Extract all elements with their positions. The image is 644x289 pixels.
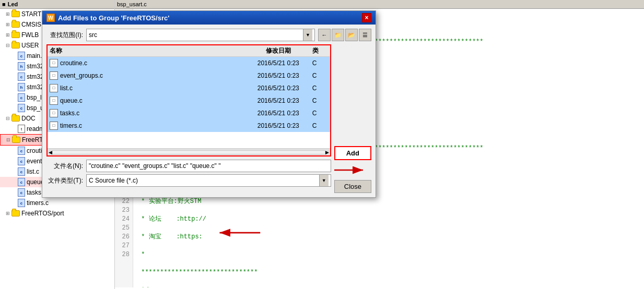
file-icon-main-c: c [18,52,25,60]
expand-icon-readme [10,125,18,133]
file-icon-croutine: c [18,147,25,155]
dialog-body: 查找范围(I): src ▼ ← 📁 📂 ☰ 名称 [42,25,376,197]
file-row-icon-croutine: □ [50,59,58,67]
frow-type-queue: C [312,95,328,106]
dialog-title-left: W Add Files to Group 'FreeRTOS/src' [46,14,169,22]
expand-icon-timers [10,199,18,207]
tree-icon: ■ [2,1,6,7]
node-label-user: USER [21,41,39,50]
file-icon-it-c: c [18,73,25,81]
file-row-icon-list: □ [50,84,58,92]
filetype-combo[interactable]: C Source file (*.c) ▼ [86,174,331,187]
dialog-bottom: 文件名(N): 文件类型(T): C Source file (*.c) ▼ [46,160,331,187]
location-value: src [89,31,97,39]
filename-label: 文件名(N): [46,162,83,171]
tree-node-freertos-port[interactable]: ⊞ FreeRTOS/port [0,208,114,219]
frow-name-event-groups: event_groups.c [60,70,244,81]
scroll-right-btn[interactable]: ▶ [325,150,329,155]
expand-icon-bsp-usart [10,104,18,112]
file-row-tasks[interactable]: □ tasks.c 2016/5/21 0:23 C [48,107,330,119]
file-row-croutine[interactable]: □ croutine.c 2016/5/21 0:23 C [48,57,330,69]
expand-icon-it-h [10,83,18,91]
file-row-icon-tasks: □ [50,109,58,117]
expand-icon-conf [10,63,18,70]
folder-icon-fwlb [11,32,20,38]
frow-date-tasks: 2016/5/21 0:23 [244,108,312,118]
filetype-value: C Source file (*.c) [89,177,138,184]
file-list-container: 名称 修改日期 类 □ croutine.c 2016/5/21 0:23 C [46,44,331,156]
file-row-event-groups[interactable]: □ event_groups.c 2016/5/21 0:23 C [48,69,330,82]
expand-icon-bsp-led [10,94,18,101]
dialog-titlebar: W Add Files to Group 'FreeRTOS/src' × [42,11,376,25]
filename-input[interactable] [86,160,331,172]
expand-icon-cmsis: ⊞ [4,21,11,28]
frow-name-timers: timers.c [60,121,244,131]
editor-header: bsp_usart.c [115,0,644,9]
filetype-label: 文件类型(T): [46,176,83,185]
folder-icon-startup [11,11,20,17]
file-row-queue[interactable]: □ queue.c 2016/5/21 0:23 C [48,94,330,107]
file-icon-bsp-led: c [18,93,25,102]
tree-title: Led [8,1,18,7]
frow-name-queue: queue.c [60,95,244,106]
up-folder-button[interactable]: 📁 [332,29,344,41]
frow-date-event-groups: 2016/5/21 0:23 [244,70,312,81]
file-row-icon-event-groups: □ [50,71,58,80]
add-button[interactable]: Add [334,146,371,160]
tree-node-timers[interactable]: c timers.c [0,198,114,208]
location-combo[interactable]: src ▼ [86,29,315,41]
expand-icon-fwlb: ⊞ [4,31,11,39]
file-row-list[interactable]: □ list.c 2016/5/21 0:23 C [48,82,330,94]
expand-icon-startup: ⊞ [4,10,11,18]
file-list-header: 名称 修改日期 类 [48,45,330,57]
horizontal-scrollbar[interactable]: ◀ ▶ [48,148,330,155]
folder-icon-cmsis [11,21,20,28]
folder-icon-doc [11,115,20,122]
expand-icon-it-c [10,73,18,80]
folder-icon-freertos-port [11,210,20,216]
button-group: Add Close [334,44,371,193]
location-combo-arrow[interactable]: ▼ [303,29,312,41]
add-arrow-svg [334,162,371,178]
node-label-doc: DOC [21,114,36,123]
new-folder-button[interactable]: 📂 [345,29,358,41]
file-list-area: 名称 修改日期 类 □ croutine.c 2016/5/21 0:23 C [46,44,331,193]
frow-type-tasks: C [312,108,328,118]
expand-icon-doc: ⊟ [4,115,11,122]
filetype-row: 文件类型(T): C Source file (*.c) ▼ [46,174,331,187]
frow-type-timers: C [312,121,328,131]
file-icon-queue: c [18,178,25,186]
col-type: 类 [312,46,328,55]
back-button[interactable]: ← [318,29,331,41]
close-button[interactable]: Close [334,180,371,193]
file-row-icon-timers: □ [50,122,58,130]
filename-row: 文件名(N): [46,160,331,172]
location-label: 查找范围(I): [46,31,83,40]
file-list[interactable]: □ croutine.c 2016/5/21 0:23 C □ event_gr… [48,57,330,148]
dialog-close-button[interactable]: × [362,13,371,22]
file-row-timers[interactable]: □ timers.c 2016/5/21 0:23 C [48,119,330,132]
expand-icon-tasks [10,189,18,196]
scroll-left-btn[interactable]: ◀ [49,150,52,155]
view-button[interactable]: ☰ [359,29,371,41]
frow-type-event-groups: C [312,70,328,81]
scroll-track[interactable] [52,150,325,154]
expand-icon-freertos-src: ⊟ [5,136,12,143]
file-icon-event-groups: c [18,157,25,165]
add-files-dialog[interactable]: W Add Files to Group 'FreeRTOS/src' × 查找… [42,10,376,198]
folder-icon-freertos-src [12,137,20,143]
expand-icon-queue [10,178,18,186]
filetype-combo-arrow[interactable]: ▼ [319,175,329,186]
expand-icon-user: ⊟ [4,42,11,49]
file-icon-conf: h [18,62,25,70]
expand-icon-croutine [10,147,18,154]
file-icon-bsp-usart: c [18,104,25,112]
node-label-timers: timers.c [27,198,49,208]
dialog-title-text: Add Files to Group 'FreeRTOS/src' [58,14,169,22]
file-icon-timers: c [18,199,25,207]
location-row: 查找范围(I): src ▼ ← 📁 📂 ☰ [46,29,371,41]
file-row-icon-queue: □ [50,97,58,105]
col-date: 修改日期 [244,46,312,55]
node-label-cmsis: CMSIS [21,20,41,29]
node-label-fwlb: FWLB [21,30,39,40]
